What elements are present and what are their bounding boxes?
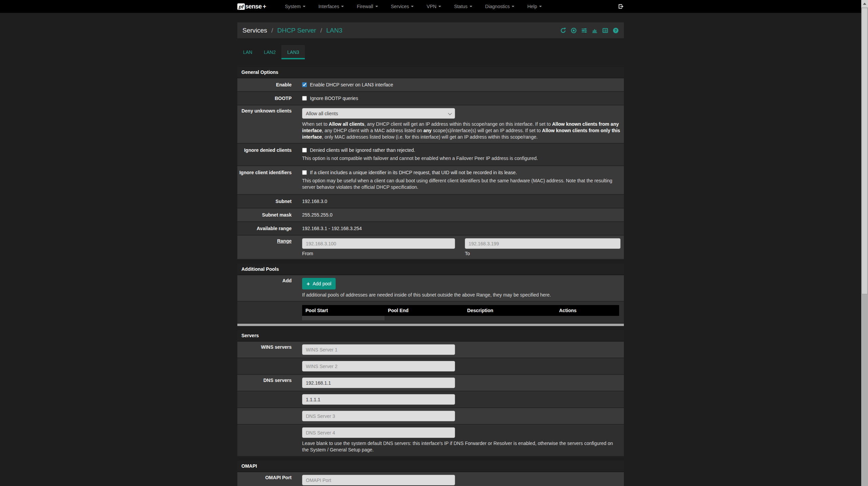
col-pool-end: Pool End	[384, 305, 464, 316]
dns-server-3-row	[237, 408, 624, 425]
enable-dhcp-checkbox[interactable]	[302, 82, 307, 87]
tab-lan3[interactable]: LAN3	[281, 45, 305, 59]
servers-title: Servers	[237, 330, 624, 342]
range-from-input[interactable]	[302, 238, 455, 249]
pools-table-row: Pool Start Pool End Description Actions	[237, 302, 624, 324]
dns-server-4-row: Leave blank to use the system default DN…	[237, 425, 624, 457]
chevron-down-icon	[375, 6, 378, 7]
ignore-client-identifiers-help: This option may be useful when a client …	[302, 178, 620, 190]
add-label: Add	[237, 275, 292, 301]
menu-diagnostics[interactable]: Diagnostics	[479, 0, 521, 13]
dns-server-2-input[interactable]	[302, 394, 455, 405]
deny-unknown-clients-label: Deny unknown clients	[237, 105, 292, 143]
breadcrumb: Services / DHCP Server / LAN3	[242, 27, 342, 34]
help-icon[interactable]: ?	[613, 27, 619, 34]
col-actions: Actions	[556, 305, 619, 316]
chevron-down-icon	[411, 6, 414, 7]
ignore-denied-clients-text: Denied clients will be ignored rather th…	[310, 147, 415, 153]
range-row: Range From To	[237, 236, 624, 260]
vertical-scrollbar[interactable]	[861, 0, 868, 486]
wins-server-2-input[interactable]	[302, 361, 455, 371]
subnet-mask-row: Subnet mask 255.255.255.0	[237, 208, 624, 222]
chevron-down-icon	[539, 6, 542, 7]
refresh-icon[interactable]	[560, 27, 566, 34]
chevron-down-icon	[438, 6, 441, 7]
interface-tabs: LAN LAN2 LAN3	[237, 45, 624, 59]
scrollbar-thumb[interactable]	[862, 8, 868, 294]
pfsense-logo-plus: +	[263, 3, 267, 10]
scrollbar-up-button[interactable]	[861, 0, 868, 7]
breadcrumb-lan3-link[interactable]: LAN3	[326, 27, 342, 34]
ignore-denied-clients-checkbox[interactable]	[302, 148, 307, 153]
add-pool-help: If additional pools of addresses are nee…	[302, 292, 620, 298]
available-range-label: Available range	[237, 222, 292, 235]
range-to-input[interactable]	[465, 238, 620, 249]
deny-unknown-clients-select[interactable]: Allow all clients	[302, 108, 455, 119]
bar-chart-icon[interactable]	[592, 27, 598, 34]
dns-server-1-input[interactable]	[302, 378, 455, 388]
omapi-port-label: OMAPI Port	[237, 472, 292, 486]
pfsense-logo[interactable]: pfsense+	[237, 3, 266, 10]
ignore-bootp-checkbox[interactable]	[302, 96, 307, 101]
menu-vpn[interactable]: VPN	[420, 0, 448, 13]
deny-unknown-clients-row: Deny unknown clients Allow all clients W…	[237, 105, 624, 144]
menu-services[interactable]: Services	[384, 0, 420, 13]
breadcrumb-dhcp-server-link[interactable]: DHCP Server	[277, 27, 316, 34]
tab-lan[interactable]: LAN	[237, 45, 258, 59]
horizontal-scrollbar[interactable]	[237, 324, 624, 326]
wins-server-1-input[interactable]	[302, 344, 455, 355]
enable-dhcp-text: Enable DHCP server on LAN3 interface	[310, 82, 393, 87]
empty-pool-row	[302, 316, 619, 320]
breadcrumb-panel: Services / DHCP Server / LAN3	[237, 22, 624, 38]
stop-circle-icon[interactable]	[571, 27, 577, 34]
sliders-icon[interactable]	[581, 27, 587, 34]
subnet-mask-label: Subnet mask	[237, 208, 292, 221]
menu-interfaces[interactable]: Interfaces	[312, 0, 350, 13]
omapi-title: OMAPI	[237, 461, 624, 472]
dns-servers-help: Leave blank to use the system default DN…	[302, 440, 620, 453]
wins-server-2-row	[237, 358, 624, 375]
range-label: Range	[277, 238, 292, 244]
subnet-label: Subnet	[237, 195, 292, 208]
menu-status[interactable]: Status	[448, 0, 479, 13]
chevron-down-icon	[303, 6, 305, 7]
dns-server-1-row: DNS servers	[237, 375, 624, 391]
omapi-panel: OMAPI OMAPI Port Set the port that OMAPI…	[237, 461, 624, 486]
menu-firewall[interactable]: Firewall	[350, 0, 384, 13]
dns-server-4-input[interactable]	[302, 427, 455, 438]
omapi-port-input[interactable]	[302, 475, 455, 485]
pfsense-page: pfsense+ System Interfaces Firewall Serv…	[0, 0, 861, 486]
deny-unknown-clients-select-wrap: Allow all clients	[302, 108, 455, 119]
top-navbar: pfsense+ System Interfaces Firewall Serv…	[0, 0, 861, 13]
ignore-denied-clients-label: Ignore denied clients	[237, 144, 292, 165]
add-pool-button[interactable]: + Add pool	[302, 278, 336, 289]
pfsense-logo-pf: pf	[237, 3, 245, 10]
pools-table: Pool Start Pool End Description Actions	[302, 305, 619, 320]
bootp-label: BOOTP	[237, 92, 292, 105]
range-to-label: To	[465, 251, 620, 256]
additional-pools-panel: Additional Pools Add + Add pool If addit…	[237, 264, 624, 326]
subnet-value: 192.168.3.0	[302, 199, 327, 204]
ignore-denied-clients-row: Ignore denied clients Denied clients wil…	[237, 144, 624, 166]
ignore-client-identifiers-text: If a client includes a unique identifier…	[310, 170, 517, 175]
dns-server-3-input[interactable]	[302, 411, 455, 421]
ignore-denied-clients-help: This option is not compatible with failo…	[302, 155, 620, 162]
bootp-row: BOOTP Ignore BOOTP queries	[237, 92, 624, 105]
chevron-down-icon	[341, 6, 344, 7]
wins-server-1-row: WINS servers	[237, 342, 624, 358]
scroll-up-icon	[863, 3, 866, 5]
tab-lan2[interactable]: LAN2	[258, 45, 281, 59]
omapi-port-row: OMAPI Port Set the port that OMAPI will …	[237, 472, 624, 486]
menu-help[interactable]: Help	[521, 0, 548, 13]
ignore-client-identifiers-row: Ignore client identifiers If a client in…	[237, 166, 624, 195]
svg-text:?: ?	[614, 28, 617, 33]
plus-icon: +	[307, 281, 310, 287]
menu-system[interactable]: System	[278, 0, 312, 13]
list-icon[interactable]	[602, 27, 608, 34]
servers-panel: Servers WINS servers DNS servers	[237, 330, 624, 457]
sign-out-icon[interactable]	[618, 3, 624, 9]
available-range-value: 192.168.3.1 - 192.168.3.254	[302, 226, 362, 231]
general-options-title: General Options	[237, 67, 624, 78]
col-pool-start: Pool Start	[302, 305, 384, 316]
ignore-client-identifiers-checkbox[interactable]	[302, 170, 307, 175]
